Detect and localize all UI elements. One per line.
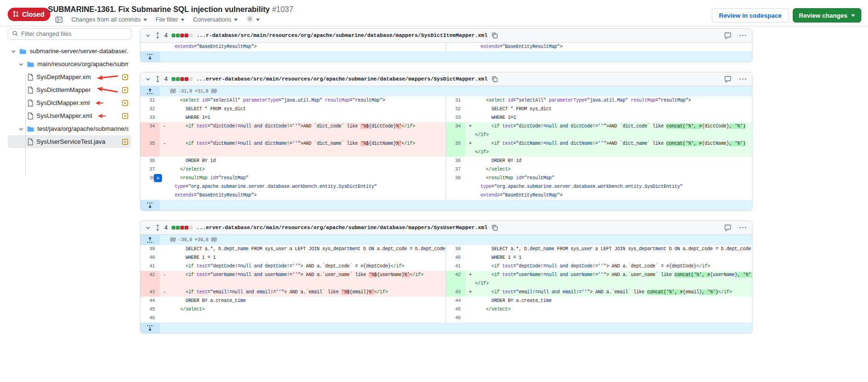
copy-path-button[interactable] xyxy=(491,32,498,39)
line-number[interactable]: 37 xyxy=(140,165,160,174)
tree-folder-test-java-org-apache-submarine-s-[interactable]: test/java/org/apache/submarine/s... xyxy=(8,122,131,135)
review-changes-button[interactable]: Review changes xyxy=(793,8,861,23)
red-annotation-arrow-icon xyxy=(97,112,106,120)
diff-settings-dropdown[interactable] xyxy=(246,15,260,24)
file-modified-icon xyxy=(122,100,128,106)
diff-row-line-42: 42- <if test="userName!=null and userNam… xyxy=(140,271,752,288)
diff-panel-0: 4...r-database/src/main/resources/org/ap… xyxy=(140,28,752,62)
conversations-dropdown[interactable]: Conversations xyxy=(193,16,238,23)
line-number[interactable]: 39 xyxy=(446,245,465,254)
tree-item-label: SysDictMapper.xml xyxy=(36,99,90,106)
line-number[interactable]: 31 xyxy=(140,96,160,105)
expand-down-button[interactable] xyxy=(140,323,160,333)
tree-file-sysdictitemmapper-xml[interactable]: SysDictItemMapper.xml xyxy=(8,83,131,96)
kebab-menu-button[interactable]: ··· xyxy=(739,224,747,232)
line-number[interactable]: 33 xyxy=(446,114,465,122)
file-icon xyxy=(27,99,34,107)
line-number[interactable]: 40 xyxy=(140,254,160,262)
file-path[interactable]: ...r-database/src/main/resources/org/apa… xyxy=(197,33,487,38)
line-number[interactable]: 34 xyxy=(446,122,465,139)
line-number[interactable]: 44 xyxy=(140,297,160,305)
diff-new-side: 39 SELECT a.*, b.dept_name FROM sys_user… xyxy=(446,245,752,254)
line-number[interactable]: 45 xyxy=(446,305,465,314)
diffstat-square-del xyxy=(180,77,184,81)
line-number[interactable]: 35 xyxy=(140,139,160,157)
line-number[interactable]: 31 xyxy=(446,96,465,105)
diff-marker xyxy=(160,43,169,51)
review-in-codespace-button[interactable]: Review in codespace xyxy=(712,8,789,23)
line-number[interactable]: 37 xyxy=(446,165,465,174)
grabber-icon[interactable] xyxy=(155,75,161,83)
code-line: <if test="email!=null and email!=''"> AN… xyxy=(169,288,446,297)
line-number[interactable] xyxy=(140,43,160,51)
line-number[interactable]: 46 xyxy=(140,314,160,323)
copy-path-button[interactable] xyxy=(491,76,498,82)
line-number[interactable]: 38 xyxy=(446,174,465,200)
line-number[interactable]: 33 xyxy=(140,114,160,122)
sidebar-toggle-button[interactable] xyxy=(55,16,63,23)
line-number[interactable]: 40 xyxy=(446,254,465,262)
tree-file-sysuserservicetest-java[interactable]: SysUserServiceTest.java xyxy=(8,135,131,148)
collapse-file-button[interactable] xyxy=(145,225,151,231)
line-number[interactable]: 32 xyxy=(446,105,465,114)
tree-file-sysusermapper-xml[interactable]: SysUserMapper.xml xyxy=(8,109,131,122)
expand-up-button[interactable] xyxy=(140,235,160,245)
expand-down-button[interactable] xyxy=(140,200,160,210)
line-number[interactable]: 42 xyxy=(140,271,160,288)
line-number[interactable]: 46 xyxy=(446,314,465,323)
tree-file-sysdeptmapper-xml[interactable]: SysDeptMapper.xml xyxy=(8,70,131,83)
line-number[interactable]: 43 xyxy=(140,288,160,297)
diff-marker xyxy=(465,297,475,305)
changes-from-dropdown[interactable]: Changes from all commits xyxy=(71,16,147,23)
grabber-icon[interactable] xyxy=(155,224,161,232)
line-number[interactable]: 41 xyxy=(140,262,160,271)
grabber-icon[interactable] xyxy=(155,32,161,39)
file-path[interactable]: ...erver-database/src/main/resources/org… xyxy=(197,225,487,231)
comment-icon[interactable] xyxy=(724,76,731,83)
expand-down-button[interactable] xyxy=(140,51,160,62)
file-path[interactable]: ...erver-database/src/main/resources/org… xyxy=(197,76,487,82)
line-number[interactable] xyxy=(446,43,465,51)
file-tree-sidebar: submarine-server/server-database/...main… xyxy=(0,26,139,343)
diff-new-side: 43+ <if test="email!=null and email!=''"… xyxy=(446,288,752,297)
chevron-down-icon xyxy=(851,14,855,17)
diff-marker: + xyxy=(465,271,475,288)
line-number[interactable]: 36 xyxy=(446,157,465,165)
diff-row-line-40: 40 WHERE 1 = 140 WHERE 1 = 1 xyxy=(140,254,752,262)
line-number[interactable]: 42 xyxy=(446,271,465,288)
filter-changed-files-input[interactable] xyxy=(21,31,127,37)
chevron-down-icon[interactable] xyxy=(18,126,24,132)
tree-folder-submarine-server-server-database-[interactable]: submarine-server/server-database/... xyxy=(8,45,131,58)
tree-item-label: SysUserServiceTest.java xyxy=(36,138,105,145)
chevron-down-icon[interactable] xyxy=(11,48,16,54)
comment-icon[interactable] xyxy=(724,224,731,232)
collapse-file-button[interactable] xyxy=(145,33,151,38)
expand-up-button[interactable] xyxy=(140,86,160,96)
diff-marker xyxy=(465,314,475,323)
kebab-menu-button[interactable]: ··· xyxy=(739,32,747,39)
copy-path-button[interactable] xyxy=(491,224,498,231)
line-number[interactable]: 45 xyxy=(140,305,160,314)
chevron-down-icon[interactable] xyxy=(18,61,24,67)
add-comment-button[interactable]: + xyxy=(154,174,162,182)
line-number[interactable]: 32 xyxy=(140,105,160,114)
line-number[interactable]: 34 xyxy=(140,122,160,139)
tree-folder-main-resources-org-apache-subm-[interactable]: main/resources/org/apache/subm... xyxy=(8,58,131,70)
changes-count: 4 xyxy=(164,76,168,82)
line-number[interactable]: 44 xyxy=(446,297,465,305)
collapse-file-button[interactable] xyxy=(145,76,151,82)
review-changes-label: Review changes xyxy=(799,12,847,19)
line-number[interactable]: 36 xyxy=(140,157,160,165)
kebab-menu-button[interactable]: ··· xyxy=(739,75,747,83)
file-filter-dropdown[interactable]: File filter xyxy=(156,16,185,23)
line-number[interactable]: 39 xyxy=(140,245,160,254)
code-line: WHERE 1 = 1 xyxy=(475,254,752,262)
line-number[interactable]: 41 xyxy=(446,262,465,271)
code-line: <if test="dictName!=null and dictName!='… xyxy=(169,139,446,157)
line-number[interactable]: 35 xyxy=(446,139,465,157)
line-number[interactable]: 43 xyxy=(446,288,465,297)
comment-icon[interactable] xyxy=(724,32,731,39)
folder-icon xyxy=(27,126,35,132)
tree-file-sysdictmapper-xml[interactable]: SysDictMapper.xml xyxy=(8,96,131,109)
line-number[interactable]: 38+ xyxy=(140,174,160,200)
